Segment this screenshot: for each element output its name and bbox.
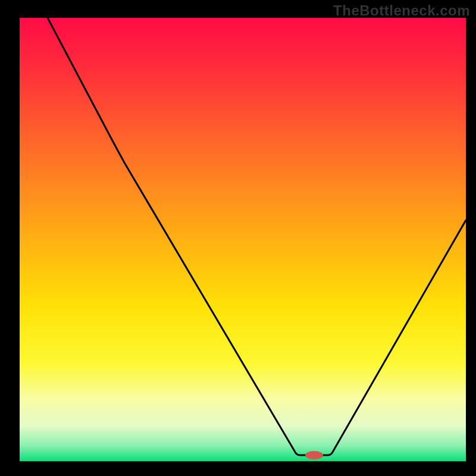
chart-svg — [0, 0, 476, 476]
plot-background — [20, 18, 466, 461]
chart-frame: TheBottleneck.com — [0, 0, 476, 476]
optimal-marker — [305, 451, 323, 459]
watermark-text: TheBottleneck.com — [333, 2, 470, 19]
